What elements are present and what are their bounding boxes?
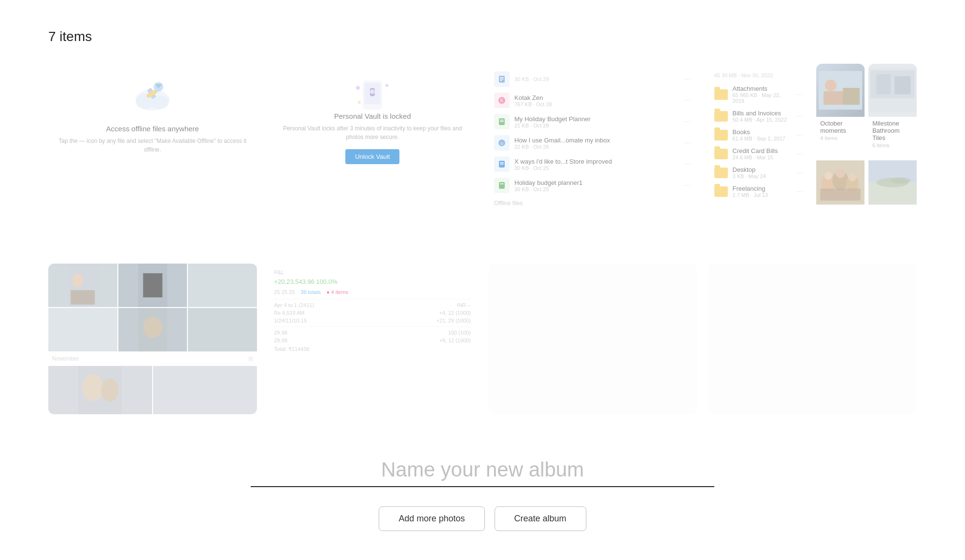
svg-rect-31	[823, 91, 843, 105]
list-item[interactable]: Bills and Invoices 50.4 MB · Apr 15, 202…	[709, 107, 809, 126]
list-item[interactable]: Freelancing 2.7 MB · Jul 13 ···	[709, 182, 809, 201]
file-meta: 30 KB · Oct 25	[514, 165, 680, 171]
svg-rect-36	[894, 76, 910, 94]
svg-rect-26	[500, 164, 504, 165]
album-card-3[interactable]	[816, 156, 865, 244]
svg-point-9	[370, 89, 375, 94]
svg-point-11	[385, 84, 388, 87]
sheet-row: 29.98 100 (100)	[274, 330, 471, 336]
folder-meta: 3 KB · May 24	[733, 173, 792, 179]
svg-rect-28	[500, 183, 504, 184]
file-more[interactable]: ···	[684, 181, 691, 190]
file-thumb	[494, 114, 510, 129]
folder-icon	[714, 130, 728, 140]
file-name: X ways i'd like to...t Store improved	[514, 158, 680, 165]
sheet-divider	[274, 299, 471, 299]
svg-point-44	[849, 173, 857, 182]
album-label-1: October moments	[816, 117, 865, 135]
sheet-row: 29.98 +8, 12 (1000)	[274, 337, 471, 343]
sheet-divider-2	[274, 326, 471, 327]
album-card-1[interactable]: October moments 4 items	[816, 64, 865, 152]
album-name-input[interactable]	[251, 453, 714, 486]
album-photo-2	[868, 64, 917, 117]
files-card: 30 KB · Oct 28 ··· K Kotak Zen 767 KB · …	[488, 64, 697, 244]
svg-rect-35	[877, 74, 891, 95]
file-more[interactable]: ···	[684, 117, 691, 126]
folder-more[interactable]: ···	[796, 150, 803, 158]
file-meta: 767 KB · Oct 28	[514, 101, 680, 107]
add-more-photos-button[interactable]: Add more photos	[379, 506, 484, 531]
file-thumb: G	[494, 135, 510, 151]
album-count-2: 6 items	[868, 142, 917, 152]
offline-desc: Tap the — icon by any file and select "M…	[58, 137, 247, 154]
folder-name: Bills and Invoices	[733, 110, 792, 117]
file-more[interactable]: ···	[684, 96, 691, 105]
svg-rect-27	[499, 182, 505, 189]
file-more-top[interactable]: ···	[684, 75, 691, 84]
svg-point-10	[356, 86, 360, 90]
album-card-4[interactable]	[868, 156, 917, 244]
offline-icon	[128, 78, 177, 117]
list-item[interactable]: Credit Card Bills 24.6 MB · Mar 15 ···	[709, 144, 809, 163]
file-meta: 22 KB · Oct 26	[514, 144, 680, 150]
file-name: How I use Gmail...omate my inbox	[514, 137, 680, 144]
file-more[interactable]: ···	[684, 160, 691, 168]
list-item[interactable]: Books 61.4 MB · Sep 2, 2017 ···	[709, 126, 809, 144]
folder-name: Freelancing	[733, 185, 792, 192]
folders-card: 45 30 MB · Nov 30, 2022 Attachments 65 9…	[709, 64, 809, 244]
folder-meta: 2.7 MB · Jul 13	[733, 192, 792, 198]
mosaic-cell	[118, 308, 187, 351]
create-album-button[interactable]: Create album	[495, 506, 586, 531]
sheet-row: 1/24/11/10-15 +21, 29 (1000)	[274, 318, 471, 323]
vault-desc: Personal Vault locks after 3 minutes of …	[278, 124, 468, 141]
svg-rect-32	[843, 88, 860, 105]
folder-more[interactable]: ···	[796, 131, 803, 140]
folder-meta: 65 965 KB · May 22, 2019	[733, 92, 792, 104]
folder-icon	[714, 186, 728, 197]
offline-files-label: Offline files	[488, 196, 697, 210]
sheet-row: Apr 4 to 1 (2411) INR --	[274, 302, 471, 308]
list-item[interactable]: My Holiday Budget Planner 21 KB · Oct 28…	[488, 111, 697, 132]
album-name-wrap	[251, 453, 714, 487]
album-photo-4	[868, 156, 917, 209]
list-item[interactable]: Desktop 3 KB · May 24 ···	[709, 163, 809, 182]
unlock-vault-button[interactable]: Unlock Vault	[345, 149, 399, 164]
bottom-section: Add more photos Create album	[0, 424, 965, 560]
svg-rect-15	[500, 79, 504, 80]
folder-more[interactable]: ···	[796, 112, 803, 121]
svg-point-56	[143, 317, 162, 338]
file-thumb	[494, 71, 510, 87]
mosaic-cell	[188, 264, 257, 307]
file-more[interactable]: ···	[684, 139, 691, 147]
vault-icon	[351, 78, 394, 112]
folder-more[interactable]: ···	[796, 168, 803, 177]
mosaic-cell	[48, 264, 117, 307]
svg-rect-21	[500, 121, 504, 122]
mosaic-card: November ⊞	[48, 264, 257, 414]
list-item[interactable]: G How I use Gmail...omate my inbox 22 KB…	[488, 132, 697, 154]
folder-more[interactable]: ···	[796, 187, 803, 196]
list-item[interactable]: Holiday budget planner1 30 KB · Oct 25 ·…	[488, 175, 697, 196]
album-card-2[interactable]: Milestone Bathroom Tiles 6 items	[868, 64, 917, 152]
svg-point-59	[101, 378, 118, 402]
right-column: 45 30 MB · Nov 30, 2022 Attachments 65 9…	[709, 64, 917, 244]
file-thumb: K	[494, 93, 510, 108]
mosaic-cell	[48, 308, 117, 351]
folder-more[interactable]: ···	[796, 90, 803, 99]
folder-icon	[714, 168, 728, 178]
bottom-grid: November ⊞ P&L +20,23,543.96 100.0% 25 2…	[48, 264, 917, 414]
list-item[interactable]: X ways i'd like to...t Store improved 30…	[488, 154, 697, 175]
svg-rect-25	[500, 162, 504, 163]
folder-name: Desktop	[733, 166, 792, 173]
album-count-1: 4 items	[816, 135, 865, 145]
mosaic-cell	[188, 308, 257, 351]
list-item[interactable]: K Kotak Zen 767 KB · Oct 28 ···	[488, 90, 697, 111]
svg-text:G: G	[500, 141, 503, 146]
list-item[interactable]: Attachments 65 965 KB · May 22, 2019 ···	[709, 82, 809, 107]
svg-point-30	[825, 80, 837, 91]
sheet-total: Total: ₹114436	[274, 346, 471, 352]
svg-point-42	[824, 172, 833, 180]
svg-rect-14	[500, 77, 504, 78]
svg-point-58	[82, 374, 103, 401]
main-content: 7 items Access offline files anywhere T	[0, 0, 965, 414]
